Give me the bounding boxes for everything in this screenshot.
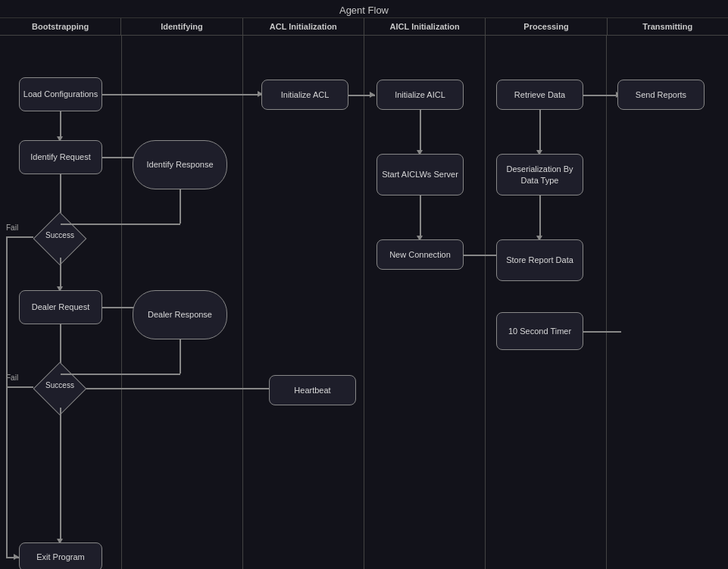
swimlane-processing: Processing — [486, 18, 607, 35]
fail-label-1: Fail — [6, 224, 18, 232]
send-reports-box: Send Reports — [617, 80, 705, 110]
load-configurations-box: Load Configurations — [19, 77, 102, 111]
arrowhead-exit-lead — [14, 554, 19, 560]
divider-1 — [121, 36, 122, 569]
arrow-diamond2-exit — [60, 408, 61, 540]
arrow-identresp-back-h — [61, 224, 180, 225]
dealer-request-box: Dealer Request — [19, 290, 102, 324]
arrow-aicl-aiclws — [420, 110, 421, 152]
exit-program-box: Exit Program — [19, 542, 102, 569]
divider-3 — [364, 36, 364, 569]
store-report-data-box: Store Report Data — [496, 239, 583, 281]
arrow-aiclws-newconn — [420, 195, 421, 237]
diamond-dealer: Success — [33, 370, 86, 408]
arrow-identresp-back — [180, 189, 181, 224]
fail1-left-line — [6, 236, 33, 238]
arrow-dealerresp-back — [180, 339, 181, 374]
arrow-loadconfig-acl — [102, 94, 263, 95]
arrow-diamond1-dealer — [60, 258, 61, 288]
arrow-deser-store — [539, 195, 541, 237]
identify-response-box: Identify Response — [133, 140, 227, 189]
diagram-area: Load Configurations Identify Request Suc… — [0, 36, 728, 569]
fail1-down-line — [6, 236, 8, 557]
arrowhead-acl-aicl — [370, 92, 375, 98]
retrieve-data-box: Retrieve Data — [496, 80, 583, 110]
diamond-identify-label: Success — [33, 231, 86, 239]
diagram-title: Agent Flow — [0, 0, 728, 18]
diamond-dealer-label: Success — [33, 381, 86, 389]
initialize-acl-box: Initialize ACL — [261, 80, 348, 110]
swimlane-acl: ACL Initialization — [243, 18, 364, 35]
diamond-identify: Success — [33, 220, 86, 258]
swimlane-transmitting: Transmitting — [608, 18, 728, 35]
identify-request-box: Identify Request — [19, 140, 102, 174]
swimlane-headers: Bootstrapping Identifying ACL Initializa… — [0, 18, 728, 36]
second-timer-box: 10 Second Timer — [496, 312, 583, 350]
initialize-aicl-box: Initialize AICL — [376, 80, 464, 110]
divider-2 — [242, 36, 243, 569]
fail2-left-line — [6, 386, 33, 388]
arrow-timer-right — [583, 331, 621, 333]
deserialization-box: Deserialization By Data Type — [496, 154, 583, 195]
new-connection-box: New Connection — [376, 239, 464, 270]
swimlane-identifying: Identifying — [121, 18, 242, 35]
arrow-dealerresp-back-h — [61, 374, 180, 375]
fail-label-2: Fail — [6, 374, 18, 382]
arrow-loadconfig-identify — [60, 111, 61, 138]
start-aiclws-box: Start AICLWs Server — [376, 154, 464, 195]
arrow-diamond2-heartbeat — [86, 388, 280, 389]
swimlane-aicl: AICL Initialization — [364, 18, 486, 35]
divider-5 — [606, 36, 607, 569]
dealer-response-box: Dealer Response — [133, 290, 227, 339]
heartbeat-box: Heartbeat — [269, 375, 356, 405]
arrow-retrieve-deser — [539, 110, 541, 152]
divider-4 — [485, 36, 486, 569]
swimlane-bootstrapping: Bootstrapping — [0, 18, 121, 35]
